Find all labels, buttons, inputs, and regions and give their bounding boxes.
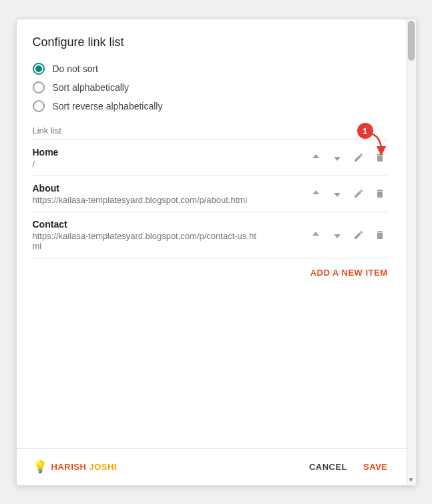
footer-actions: CANCEL SAVE bbox=[309, 458, 388, 476]
link-item-contact: Contact https://kailasa-templatesyard.bl… bbox=[33, 212, 388, 258]
link-item-contact-content: Contact https://kailasa-templatesyard.bl… bbox=[33, 219, 308, 251]
scrollbar-track: ▲ ▼ bbox=[407, 19, 416, 485]
link-item-contact-actions bbox=[308, 227, 388, 243]
link-item-about: About https://kailasa-templatesyard.blog… bbox=[33, 176, 388, 212]
about-edit-button[interactable] bbox=[351, 186, 367, 202]
sort-radio-group: Do not sort Sort alphabetically Sort rev… bbox=[33, 63, 388, 112]
dialog-content: Configure link list Do not sort Sort alp… bbox=[17, 19, 407, 448]
dialog-footer: 💡 HARISH JOSHI CANCEL SAVE bbox=[17, 448, 407, 485]
scroll-down-arrow[interactable]: ▼ bbox=[408, 475, 415, 485]
about-delete-button[interactable] bbox=[372, 186, 388, 202]
link-item-about-content: About https://kailasa-templatesyard.blog… bbox=[33, 183, 308, 205]
link-item-home-name: Home bbox=[33, 147, 308, 158]
radio-label-rev-alpha: Sort reverse alphabetically bbox=[53, 101, 163, 111]
home-edit-button[interactable]: 1 bbox=[351, 150, 367, 166]
radio-circle-rev-alpha bbox=[33, 100, 45, 112]
link-item-home-content: Home / bbox=[33, 147, 308, 169]
contact-delete-button[interactable] bbox=[372, 227, 388, 243]
radio-circle-alpha bbox=[33, 81, 45, 93]
link-item-contact-url: https://kailasa-templatesyard.blogspot.c… bbox=[33, 231, 260, 251]
bulb-icon: 💡 bbox=[33, 459, 47, 474]
contact-move-up-button[interactable] bbox=[308, 227, 324, 243]
configure-link-list-dialog: ▲ ▼ Configure link list Do not sort Sort… bbox=[16, 19, 417, 486]
brand-joshi: JOSHI bbox=[89, 462, 117, 472]
dialog-title: Configure link list bbox=[33, 35, 388, 49]
radio-no-sort[interactable]: Do not sort bbox=[33, 63, 388, 75]
link-item-about-actions bbox=[308, 186, 388, 202]
cancel-button[interactable]: CANCEL bbox=[309, 458, 347, 476]
link-list-section-label: Link list bbox=[33, 125, 388, 136]
home-move-up-button[interactable] bbox=[308, 150, 324, 166]
link-item-about-name: About bbox=[33, 183, 308, 194]
radio-rev-alpha[interactable]: Sort reverse alphabetically bbox=[33, 100, 388, 112]
about-move-down-button[interactable] bbox=[329, 186, 345, 202]
annotation-badge-container: 1 bbox=[357, 123, 373, 139]
brand-harish: HARISH bbox=[51, 462, 87, 472]
link-item-about-url: https://kailasa-templatesyard.blogspot.c… bbox=[33, 195, 260, 205]
radio-circle-no-sort bbox=[33, 63, 45, 75]
link-item-home: Home / bbox=[33, 140, 388, 176]
about-move-up-button[interactable] bbox=[308, 186, 324, 202]
contact-move-down-button[interactable] bbox=[329, 227, 345, 243]
add-new-item-button[interactable]: ADD A NEW ITEM bbox=[33, 258, 388, 280]
contact-edit-button[interactable] bbox=[351, 227, 367, 243]
brand-name: HARISH JOSHI bbox=[51, 462, 117, 472]
link-item-home-url: / bbox=[33, 159, 260, 169]
radio-alpha[interactable]: Sort alphabetically bbox=[33, 81, 388, 93]
link-item-contact-name: Contact bbox=[33, 219, 308, 230]
radio-label-alpha: Sort alphabetically bbox=[53, 82, 129, 93]
link-list-items: Home / bbox=[33, 140, 388, 258]
link-item-home-actions: 1 bbox=[308, 150, 388, 166]
home-move-down-button[interactable] bbox=[329, 150, 345, 166]
scrollbar-thumb[interactable] bbox=[408, 21, 415, 61]
annotation-badge: 1 bbox=[357, 123, 373, 139]
save-button[interactable]: SAVE bbox=[363, 458, 387, 476]
radio-label-no-sort: Do not sort bbox=[53, 63, 98, 74]
footer-brand: 💡 HARISH JOSHI bbox=[33, 459, 117, 474]
